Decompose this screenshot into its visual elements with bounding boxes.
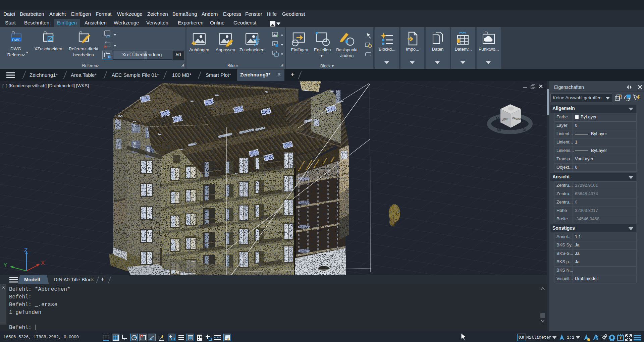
- svg-text:S: S: [523, 127, 526, 132]
- svg-text:W: W: [497, 127, 501, 132]
- svg-text:X: X: [41, 260, 45, 266]
- svg-text:(x): (x): [106, 34, 110, 38]
- svg-text:Y: Y: [3, 262, 7, 268]
- svg-text:Z: Z: [24, 247, 28, 253]
- svg-text:DWG: DWG: [12, 38, 20, 42]
- svg-text:N: N: [496, 116, 499, 121]
